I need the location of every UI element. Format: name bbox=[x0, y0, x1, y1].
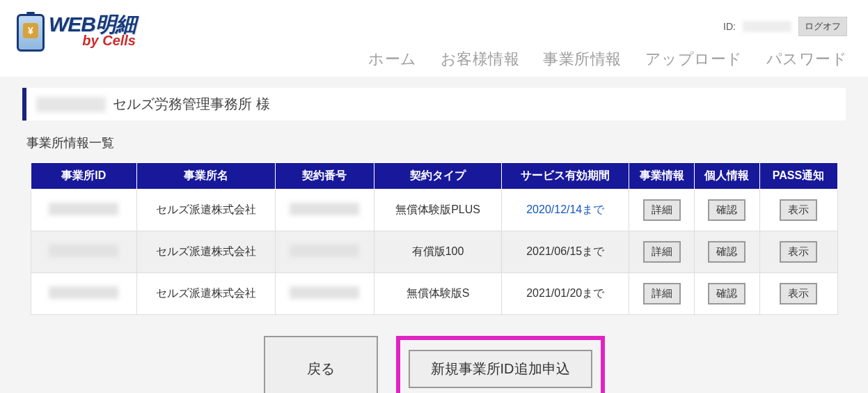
show-button[interactable]: 表示 bbox=[780, 241, 817, 263]
th-pass-notice: PASS通知 bbox=[759, 163, 837, 190]
customer-id-blurred bbox=[36, 97, 106, 112]
logo-sub: by Cells bbox=[49, 33, 136, 47]
detail-button[interactable]: 詳細 bbox=[643, 283, 681, 305]
th-office-id: 事業所ID bbox=[31, 163, 137, 190]
th-contract-no: 契約番号 bbox=[275, 163, 374, 190]
confirm-button[interactable]: 確認 bbox=[708, 241, 745, 263]
office-id-blurred bbox=[49, 286, 118, 299]
logo-main: WEB明細 bbox=[49, 14, 136, 35]
th-office-name: 事業所名 bbox=[137, 163, 275, 190]
detail-button[interactable]: 詳細 bbox=[643, 241, 681, 263]
id-label: ID: bbox=[723, 21, 736, 32]
nav-office[interactable]: 事業所情報 bbox=[543, 49, 622, 70]
office-name-cell: セルズ派遣株式会社 bbox=[137, 273, 275, 315]
contract-type-cell: 無償体験版PLUS bbox=[374, 190, 502, 231]
th-service-term: サービス有効期間 bbox=[502, 163, 629, 190]
nav-password[interactable]: パスワード bbox=[766, 49, 848, 70]
logoff-button[interactable]: ログオフ bbox=[798, 17, 847, 36]
office-name-cell: セルズ派遣株式会社 bbox=[137, 190, 275, 231]
nav-home[interactable]: ホーム bbox=[368, 49, 417, 70]
confirm-button[interactable]: 確認 bbox=[708, 199, 745, 221]
contract-no-blurred bbox=[290, 245, 359, 257]
customer-name: セルズ労務管理事務所 様 bbox=[113, 95, 270, 114]
office-table: 事業所ID 事業所名 契約番号 契約タイプ サービス有効期間 事業情報 個人情報… bbox=[31, 162, 838, 315]
logo-text: WEB明細 by Cells bbox=[49, 14, 136, 47]
show-button[interactable]: 表示 bbox=[780, 199, 817, 221]
add-office-button[interactable]: 新規事業所ID追加申込 bbox=[409, 350, 592, 388]
confirm-button[interactable]: 確認 bbox=[708, 283, 745, 305]
contract-no-blurred bbox=[290, 286, 359, 299]
table-header-row: 事業所ID 事業所名 契約番号 契約タイプ サービス有効期間 事業情報 個人情報… bbox=[31, 163, 837, 190]
show-button[interactable]: 表示 bbox=[780, 283, 817, 305]
table-row: セルズ派遣株式会社 無償体験版S 2021/01/20まで 詳細 確認 表示 bbox=[31, 273, 837, 315]
th-office-info: 事業情報 bbox=[629, 163, 695, 190]
content: セルズ労務管理事務所 様 事業所情報一覧 事業所ID 事業所名 契約番号 契約タ… bbox=[0, 77, 868, 393]
detail-button[interactable]: 詳細 bbox=[643, 199, 681, 221]
id-value-blurred bbox=[743, 21, 791, 32]
nav-customer[interactable]: お客様情報 bbox=[441, 49, 520, 70]
action-row: 戻る 新規事業所ID追加申込 bbox=[22, 336, 846, 393]
id-bar: ID: ログオフ bbox=[723, 17, 847, 36]
service-term-cell: 2021/01/20まで bbox=[502, 273, 629, 315]
nav-upload[interactable]: アップロード bbox=[645, 49, 743, 70]
phone-yen-icon bbox=[17, 14, 45, 52]
office-id-blurred bbox=[49, 245, 118, 257]
contract-type-cell: 有償版100 bbox=[374, 231, 502, 273]
header-right: ID: ログオフ ホーム お客様情報 事業所情報 アップロード パスワード bbox=[368, 17, 847, 70]
main-nav: ホーム お客様情報 事業所情報 アップロード パスワード bbox=[368, 49, 847, 70]
section-heading: 事業所情報一覧 bbox=[26, 134, 846, 151]
contract-type-cell: 無償体験版S bbox=[374, 273, 502, 315]
service-term-cell: 2020/12/14まで bbox=[526, 203, 604, 215]
th-person-info: 個人情報 bbox=[694, 163, 759, 190]
logo: WEB明細 by Cells bbox=[17, 14, 136, 52]
th-contract-type: 契約タイプ bbox=[374, 163, 502, 190]
table-row: セルズ派遣株式会社 無償体験版PLUS 2020/12/14まで 詳細 確認 表… bbox=[31, 190, 837, 231]
contract-no-blurred bbox=[290, 203, 359, 215]
office-name-cell: セルズ派遣株式会社 bbox=[137, 231, 275, 273]
customer-title-bar: セルズ労務管理事務所 様 bbox=[22, 88, 846, 121]
service-term-cell: 2021/06/15まで bbox=[502, 231, 629, 273]
office-id-blurred bbox=[49, 203, 118, 215]
header: WEB明細 by Cells ID: ログオフ ホーム お客様情報 事業所情報 … bbox=[0, 0, 868, 77]
table-row: セルズ派遣株式会社 有償版100 2021/06/15まで 詳細 確認 表示 bbox=[31, 231, 837, 273]
highlight-box: 新規事業所ID追加申込 bbox=[396, 336, 605, 393]
back-button[interactable]: 戻る bbox=[264, 336, 378, 393]
